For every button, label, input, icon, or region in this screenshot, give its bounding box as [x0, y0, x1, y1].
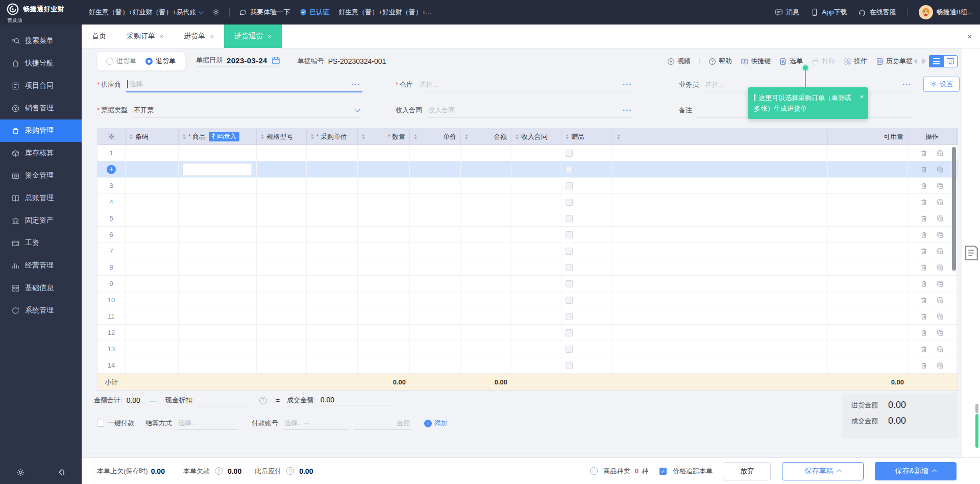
cell-采购单位[interactable] [307, 259, 358, 275]
cell-条码[interactable] [126, 227, 179, 243]
delete-row-icon[interactable] [920, 166, 927, 173]
settings-button[interactable]: 设置 [923, 77, 960, 92]
cell-赠品[interactable] [561, 243, 613, 259]
cell-收入合同[interactable] [511, 292, 561, 308]
price-track-checkbox[interactable]: ✓ [659, 468, 667, 475]
cell-单价[interactable] [410, 276, 461, 292]
cell-单价[interactable] [410, 161, 461, 177]
sort-arrows-icon[interactable] [130, 134, 133, 139]
cell-金额[interactable] [461, 178, 511, 193]
cell-blank[interactable] [613, 243, 828, 259]
row-number-cell[interactable]: 14 [97, 357, 126, 373]
bill-type-field[interactable]: *票据类型 不开票 [97, 100, 362, 121]
sort-arrows-icon[interactable] [566, 134, 569, 139]
user-menu[interactable]: 畅捷通B组... [919, 5, 973, 19]
add-payment-button[interactable]: + 添加 [424, 419, 448, 428]
cell-条码[interactable] [126, 178, 179, 193]
copy-row-icon[interactable] [937, 313, 944, 320]
cell-收入合同[interactable] [511, 210, 561, 226]
cell-blank[interactable] [613, 259, 828, 275]
cell-赠品[interactable] [561, 194, 613, 210]
cell-单价[interactable] [410, 194, 461, 210]
cell-收入合同[interactable] [511, 259, 561, 275]
row-number-cell[interactable]: 8 [97, 259, 126, 275]
cell-采购单位[interactable] [307, 325, 358, 341]
cell-单价[interactable] [410, 178, 461, 193]
cell-单价[interactable] [410, 145, 461, 161]
cell-采购单位[interactable] [307, 145, 358, 161]
cell-数量[interactable] [358, 161, 410, 177]
cell-单价[interactable] [410, 292, 461, 308]
radio-purchase-in[interactable]: 进货单 [106, 57, 136, 66]
cell-规格型号[interactable] [257, 308, 307, 324]
cell-可用量[interactable] [828, 178, 908, 193]
sidebar-item-asset[interactable]: 固定资产 [0, 209, 82, 232]
cell-blank[interactable] [613, 308, 828, 324]
cell-金额[interactable] [461, 357, 511, 373]
prev-doc-arrow-icon[interactable] [914, 58, 917, 64]
cell-单价[interactable] [410, 325, 461, 341]
copy-row-icon[interactable] [937, 150, 944, 157]
gift-checkbox[interactable] [566, 166, 573, 173]
copy-row-icon[interactable] [937, 280, 944, 287]
sidebar-item-compass[interactable]: 快捷导航 [0, 52, 82, 75]
cell-金额[interactable] [461, 325, 511, 341]
copy-row-icon[interactable] [937, 248, 944, 255]
cell-条码[interactable] [126, 210, 179, 226]
row-number-cell[interactable]: 9 [97, 276, 126, 292]
cell-条码[interactable] [126, 276, 179, 292]
cell-收入合同[interactable] [511, 145, 561, 161]
tab-close-icon[interactable]: × [210, 33, 214, 40]
cell-商品[interactable] [179, 308, 257, 324]
help-icon[interactable]: ? [259, 397, 267, 404]
cell-blank[interactable] [613, 227, 828, 243]
sidebar-item-operate[interactable]: 经营管理 [0, 254, 82, 277]
doc-date-value[interactable]: 2023-03-24 [227, 56, 267, 65]
cell-规格型号[interactable] [257, 341, 307, 357]
pay-account-picker-ellipsis[interactable]: ··· [303, 419, 310, 427]
cell-收入合同[interactable] [511, 194, 561, 210]
sidebar-item-baseinfo[interactable]: 基础信息 [0, 277, 82, 299]
cell-条码[interactable] [126, 325, 179, 341]
gift-checkbox[interactable] [566, 297, 573, 304]
row-number-cell[interactable]: 11 [97, 308, 126, 324]
row-number-cell[interactable]: 3 [97, 178, 126, 193]
gift-checkbox[interactable] [566, 313, 573, 320]
cell-blank[interactable] [613, 341, 828, 357]
cell-规格型号[interactable] [257, 145, 307, 161]
col-header-规格型号[interactable]: 规格型号 [257, 129, 307, 144]
cell-收入合同[interactable] [511, 341, 561, 357]
cell-采购单位[interactable] [307, 357, 358, 373]
row-number-cell[interactable]: + [97, 161, 126, 177]
cell-赠品[interactable] [561, 178, 613, 193]
copy-row-icon[interactable] [937, 231, 944, 238]
cell-可用量[interactable] [828, 308, 908, 324]
certified-badge[interactable]: 已认证 [299, 8, 329, 17]
sort-arrows-icon[interactable] [183, 134, 186, 139]
cell-商品[interactable] [179, 145, 257, 161]
cell-赠品[interactable] [561, 325, 613, 341]
price-track-group[interactable]: ✓ 价格追踪本单 [659, 467, 713, 476]
deal-amount-input[interactable]: 0.00 [320, 396, 396, 405]
delete-row-icon[interactable] [920, 280, 927, 287]
sidebar-item-search[interactable]: 搜索菜单 [0, 30, 82, 52]
cell-规格型号[interactable] [257, 276, 307, 292]
sidebar-item-ledger[interactable]: 总账管理 [0, 187, 82, 209]
cell-赠品[interactable] [561, 259, 613, 275]
cell-条码[interactable] [126, 259, 179, 275]
topbar-gear-icon[interactable] [212, 8, 220, 16]
cell-可用量[interactable] [828, 341, 908, 357]
settle-method-select[interactable]: 选择... [177, 417, 238, 430]
cell-采购单位[interactable] [307, 243, 358, 259]
pay-amount-input[interactable]: 金额 [354, 417, 411, 430]
copy-row-icon[interactable] [937, 166, 944, 173]
cell-规格型号[interactable] [257, 357, 307, 373]
cell-规格型号[interactable] [257, 292, 307, 308]
supplier-picker-ellipsis[interactable]: ··· [351, 80, 360, 89]
sort-arrows-icon[interactable] [311, 134, 314, 139]
copy-row-icon[interactable] [937, 182, 944, 189]
toolbar-keyboard-button[interactable]: 快捷键 [741, 57, 771, 66]
tooltip-close-icon[interactable]: × [860, 91, 864, 102]
cell-商品[interactable] [179, 276, 257, 292]
copy-row-icon[interactable] [937, 297, 944, 304]
